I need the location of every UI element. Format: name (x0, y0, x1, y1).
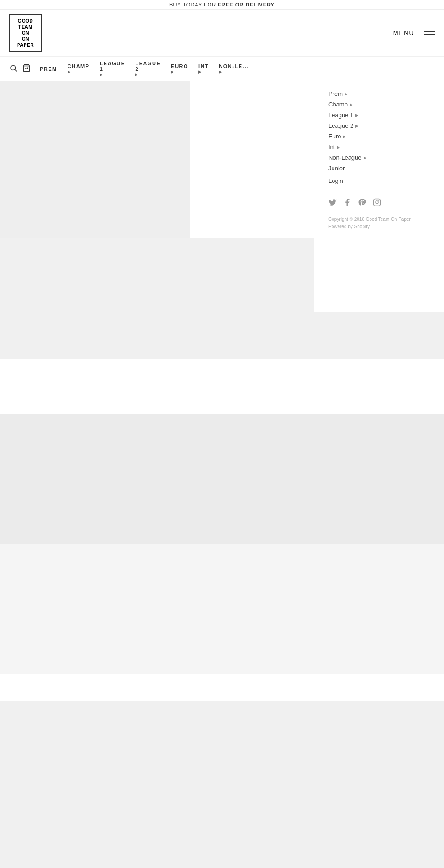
instagram-icon[interactable] (373, 198, 381, 208)
facebook-icon[interactable] (343, 198, 352, 208)
pinterest-icon[interactable] (358, 198, 366, 208)
nav-league1-wrap: LEAGUE1 ▶ (100, 61, 125, 77)
product-section-3 (0, 544, 444, 674)
nav-item-euro[interactable]: EURO ▶ (171, 63, 188, 74)
logo-line1: GOOD TEAM (18, 19, 33, 30)
header: GOOD TEAM ON ON PAPER MENU (0, 10, 444, 57)
overlay-nonleague-label: Non-League (328, 154, 362, 161)
overlay-champ-label: Champ (328, 101, 348, 108)
nav-item-int[interactable]: INT ▶ (198, 63, 209, 74)
nav-league1-label: LEAGUE1 (100, 61, 125, 72)
nav-euro-arrow: ▶ (171, 70, 174, 74)
overlay-menu-item-euro[interactable]: Euro ▶ (328, 133, 430, 140)
powered-by-text: Powered by Shopify (328, 223, 430, 231)
overlay-league1-label: League 1 (328, 112, 353, 119)
overlay-menu-item-nonleague[interactable]: Non-League ▶ (328, 154, 430, 161)
nav-item-nonleague[interactable]: NON-LE... ▶ (219, 63, 249, 74)
nav-item-league2[interactable]: LEAGUE2 ▶ (135, 61, 160, 77)
svg-point-0 (11, 65, 16, 70)
overlay-nonleague-arrow: ▶ (364, 156, 367, 160)
overlay-prem-label: Prem (328, 90, 343, 97)
overlay-champ-arrow: ▶ (350, 102, 353, 107)
hamburger-button[interactable] (424, 31, 435, 35)
cart-icon[interactable] (22, 64, 31, 74)
svg-point-4 (376, 201, 378, 204)
twitter-icon[interactable] (328, 198, 337, 208)
nav-league2-wrap: LEAGUE2 ▶ (135, 61, 160, 77)
nav-champ-arrow: ▶ (68, 70, 71, 74)
content-area: Prem ▶ Champ ▶ League 1 ▶ League 2 ▶ Eur… (0, 81, 444, 238)
product-section-2 (0, 414, 444, 544)
overlay-junior-label: Junior (328, 165, 345, 172)
menu-label: MENU (393, 30, 414, 37)
announcement-free: FREE OR DELIVERY (218, 2, 275, 7)
nav-champ-wrap: CHAMP ▶ (68, 63, 90, 74)
nav-nonleague-label: NON-LE... (219, 63, 249, 69)
overlay-social (328, 198, 430, 208)
bottom-product-area (0, 701, 444, 868)
overlay-league2-arrow: ▶ (355, 124, 358, 128)
nav-int-arrow: ▶ (198, 70, 202, 74)
nav-champ-label: CHAMP (68, 63, 90, 69)
nav-league1-arrow: ▶ (100, 73, 104, 77)
overlay-login[interactable]: Login (328, 177, 430, 184)
nav-euro-label: EURO (171, 63, 188, 69)
overlay-menu-item-champ[interactable]: Champ ▶ (328, 101, 430, 108)
nav-nonleague-wrap: NON-LE... ▶ (219, 63, 249, 74)
nav-league2-arrow: ▶ (135, 73, 139, 77)
navbar: PREM CHAMP ▶ LEAGUE1 ▶ LEAGUE2 ▶ EURO ▶ … (0, 57, 444, 81)
nav-item-champ[interactable]: CHAMP ▶ (68, 63, 90, 74)
overlay-league2-label: League 2 (328, 122, 353, 129)
nav-item-league1[interactable]: LEAGUE1 ▶ (100, 61, 125, 77)
overlay-copyright: Copyright © 2018 Good Team On Paper Powe… (328, 216, 430, 231)
overlay-login-label: Login (328, 177, 343, 184)
overlay-menu-item-int[interactable]: Int ▶ (328, 144, 430, 150)
svg-point-5 (379, 200, 379, 201)
announcement-text: BUY TODAY FOR FREE OR DELIVERY (169, 2, 275, 7)
overlay-euro-arrow: ▶ (343, 134, 346, 139)
nav-euro-wrap: EURO ▶ (171, 63, 188, 74)
copyright-text: Copyright © 2018 Good Team On Paper (328, 216, 430, 223)
svg-rect-3 (374, 199, 381, 206)
nav-int-label: INT (198, 63, 209, 69)
logo-line2: ON PAPER (17, 37, 34, 48)
announcement-bar: BUY TODAY FOR FREE OR DELIVERY (0, 0, 444, 10)
nav-nonleague-arrow: ▶ (219, 70, 222, 74)
logo-on: ON (22, 31, 29, 36)
nav-prem-label: PREM (40, 66, 57, 72)
nav-int-wrap: INT ▶ (198, 63, 209, 74)
hamburger-line-2 (424, 34, 435, 35)
overlay-league1-arrow: ▶ (355, 113, 358, 118)
overlay-int-label: Int (328, 144, 335, 150)
logo[interactable]: GOOD TEAM ON ON PAPER (9, 14, 42, 52)
overlay-int-arrow: ▶ (337, 145, 340, 150)
overlay-menu-item-league1[interactable]: League 1 ▶ (328, 112, 430, 119)
white-space-2 (0, 674, 444, 701)
header-right: MENU (393, 30, 435, 37)
svg-line-1 (15, 69, 17, 71)
overlay-euro-label: Euro (328, 133, 341, 140)
white-space-1 (0, 359, 444, 414)
nav-item-prem[interactable]: PREM (40, 66, 57, 72)
overlay-menu-item-league2[interactable]: League 2 ▶ (328, 122, 430, 129)
overlay-menu-item-prem[interactable]: Prem ▶ (328, 90, 430, 97)
search-icon[interactable] (9, 64, 18, 74)
overlay-prem-arrow: ▶ (345, 92, 348, 96)
overlay-menu-item-junior[interactable]: Junior (328, 165, 430, 172)
nav-league2-label: LEAGUE2 (135, 61, 160, 72)
hamburger-line-1 (424, 31, 435, 32)
hero-image (0, 81, 190, 238)
overlay-menu: Prem ▶ Champ ▶ League 1 ▶ League 2 ▶ Eur… (314, 81, 444, 312)
nav-icons (9, 64, 31, 74)
